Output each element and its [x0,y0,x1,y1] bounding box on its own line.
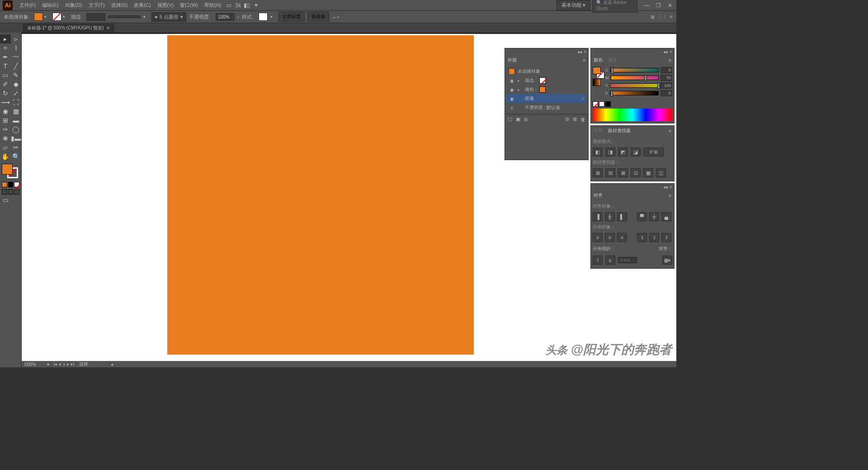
k-value[interactable]: 0 [660,90,672,96]
m-value[interactable]: 70 [660,75,672,81]
y-slider[interactable] [610,83,659,88]
lasso-tool[interactable]: ⌇ [11,43,22,52]
rectangle-tool[interactable]: ▭ [0,71,11,80]
zoom-tool[interactable]: 🔍 [11,152,22,161]
expand-button[interactable]: 扩展 [643,147,664,157]
preferences-button[interactable]: 首选项 [307,12,329,22]
fill-swatch[interactable] [593,67,601,74]
gpu-icon[interactable]: ✦ [251,1,260,10]
stroke-weight-input[interactable] [86,13,105,21]
restore-icon[interactable]: ❐ [655,2,662,9]
draw-behind[interactable] [8,189,14,195]
align-vcenter-button[interactable]: ╪ [649,212,659,221]
menu-select[interactable]: 选择(S) [108,2,131,9]
artboard-tool[interactable]: ▱ [0,143,11,152]
pathfinder-tab[interactable]: 路径查找器 [608,128,631,134]
stock-icon[interactable]: St [233,1,242,10]
symbol-sprayer-tool[interactable]: ❋ [0,134,11,143]
char-tab[interactable]: 字符 [594,128,603,134]
collapse-icon[interactable]: ◂◂ [663,49,668,54]
align-hcenter-button[interactable]: ╫ [605,212,615,221]
gradient-tab[interactable]: 渐变 [608,57,617,63]
none-swatch[interactable] [593,101,598,107]
selection-tool[interactable]: ▸ [0,34,11,43]
zoom-level[interactable]: 500% [24,362,42,367]
c-value[interactable]: 0 [660,67,672,73]
fill-stroke-box[interactable] [2,164,18,178]
document-setup-button[interactable]: 文档设置 [278,12,305,22]
eraser-tool[interactable]: ◆ [11,80,22,89]
magic-wand-tool[interactable]: ✧ [0,43,11,52]
k-slider[interactable] [610,91,659,95]
visibility-toggle[interactable]: ◉ [509,105,515,110]
dist-hcenter-button[interactable]: ⦀ [649,233,659,242]
new-stroke-icon[interactable]: ▢ [508,116,512,122]
panel-menu-icon[interactable]: ≡ [670,14,673,20]
outline-button[interactable]: ▦ [643,168,653,177]
divide-button[interactable]: ⊞ [593,168,603,177]
appearance-tab[interactable]: 外观 [508,57,517,63]
fx-indicator[interactable]: fx [581,96,585,101]
fill-row-swatch[interactable] [539,86,546,93]
bridge-icon[interactable]: ▭ [224,1,233,10]
search-adobe-stock[interactable]: 🔍 搜索 Adobe Stock [592,0,637,13]
dist-bottom-button[interactable]: ≡ [617,233,627,242]
artwork-orange-rectangle[interactable] [167,35,474,355]
color-mode-none[interactable] [14,182,19,187]
panel-menu-icon[interactable]: ≡ [669,128,671,133]
align-to-selector[interactable]: ▦▾ [662,256,672,265]
page-number[interactable]: 1 [63,362,65,366]
zoom-dropdown[interactable]: ▾ [47,362,49,367]
close-icon[interactable]: ✕ [666,2,674,9]
hand-tool[interactable]: ✋ [0,152,11,161]
close-panel-icon[interactable]: × [584,49,586,54]
next-page-icon[interactable]: ▸ [67,362,69,366]
type-tool[interactable]: T [0,62,11,71]
shaper-tool[interactable]: ✐ [0,80,11,89]
menu-view[interactable]: 视图(V) [154,2,177,9]
visibility-toggle[interactable]: ◉ [509,78,515,83]
close-panel-icon[interactable]: × [670,185,672,190]
fill-color[interactable] [2,164,13,175]
unite-button[interactable]: ◧ [593,147,603,157]
color-mode-solid[interactable] [2,182,7,187]
visibility-toggle[interactable]: ◉ [509,87,515,92]
align-to-icon[interactable]: ⫠▾ [332,14,340,19]
global-swatch[interactable] [593,79,601,86]
last-page-icon[interactable]: ▸| [71,362,74,366]
draw-inside[interactable] [14,189,19,195]
align-bottom-button[interactable]: ▄ [661,212,671,221]
intersect-button[interactable]: ◩ [618,147,628,157]
style-swatch[interactable] [259,13,268,21]
workspace-selector[interactable]: 基本功能 ▾ [557,0,590,10]
opacity-input[interactable]: 100% [216,13,235,21]
transform-panel-icon[interactable]: ⊞ [651,14,655,20]
align-top-button[interactable]: ▀ [637,212,647,221]
screen-mode[interactable]: ▭ [0,195,11,204]
crop-button[interactable]: ⊡ [631,168,641,177]
prev-page-icon[interactable]: ◂ [59,362,61,366]
arrange-icon[interactable]: ▮▯ [242,1,251,10]
menu-file[interactable]: 文件(F) [16,2,39,9]
scale-tool[interactable]: ⤢ [11,89,22,98]
align-tab[interactable]: 对齐 [594,192,603,199]
blend-tool[interactable]: ◯ [11,125,22,134]
merge-button[interactable]: ⊠ [618,168,628,177]
collapse-icon[interactable]: ◂◂ [577,49,582,54]
expand-arrow[interactable]: ▸ [518,79,522,83]
menu-object[interactable]: 对象(O) [62,2,85,9]
menu-edit[interactable]: 编辑(E) [39,2,62,9]
minimize-icon[interactable]: — [643,2,650,9]
expand-arrow[interactable]: ▸ [518,88,522,92]
menu-help[interactable]: 帮助(H) [201,2,224,9]
opacity-arrow[interactable]: › [237,14,239,19]
new-fill-icon[interactable]: ▣ [516,116,520,122]
curvature-tool[interactable]: 〰 [11,52,22,62]
collapse-icon[interactable]: ◂◂ [663,185,668,190]
paintbrush-tool[interactable]: ✎ [11,71,22,80]
stroke-dropdown[interactable]: ▾ [63,14,68,19]
color-mode-gradient[interactable] [8,182,14,187]
perspective-tool[interactable]: ▦ [11,107,22,116]
dist-hspace-button[interactable]: ⫼ [605,256,615,265]
dist-vcenter-button[interactable]: ≡ [605,233,615,242]
